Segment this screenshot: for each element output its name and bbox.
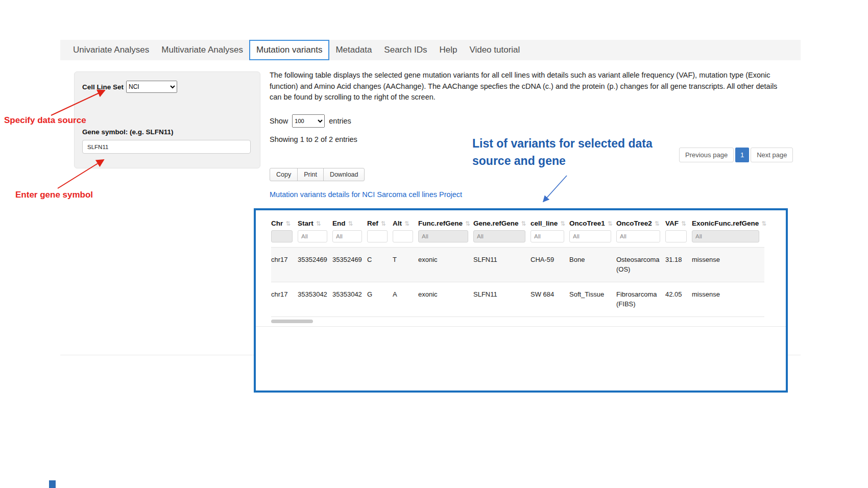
- cell-line-set-select[interactable]: NCI: [126, 81, 177, 93]
- cell-end: 35352469: [332, 248, 367, 282]
- col-header-label: Alt: [393, 219, 402, 227]
- col-header-cell-line[interactable]: cell_line⇅: [531, 215, 569, 230]
- download-button[interactable]: Download: [323, 168, 365, 181]
- filter-input-func-refgene[interactable]: [418, 230, 468, 242]
- table-row: chr173535304235353042GAexonicSLFN11SW 68…: [271, 282, 764, 317]
- horizontal-scrollbar-track[interactable]: [271, 319, 764, 325]
- sort-icon: ⇅: [560, 220, 565, 227]
- filter-cell: [531, 230, 569, 248]
- copy-button[interactable]: Copy: [270, 168, 298, 181]
- col-header-start[interactable]: Start⇅: [298, 215, 332, 230]
- tab-video-tutorial[interactable]: Video tutorial: [463, 40, 526, 60]
- filter-cell: [367, 230, 393, 248]
- tab-mutation-variants[interactable]: Mutation variants: [249, 40, 329, 60]
- filter-cell: [616, 230, 665, 248]
- cell-oncotree2: Fibrosarcoma (FIBS): [616, 282, 665, 317]
- tab-metadata[interactable]: Metadata: [329, 40, 378, 60]
- filter-input-start[interactable]: [298, 230, 327, 242]
- annotation-list-of-variants-line1: List of variants for selected data: [472, 135, 653, 152]
- tab-multivariate-analyses[interactable]: Multivariate Analyses: [155, 40, 249, 60]
- table-filter-row: [271, 230, 764, 248]
- filter-input-chr[interactable]: [271, 230, 293, 242]
- blue-arrow-to-table: [535, 173, 572, 206]
- table-title-link[interactable]: Mutation variants details for NCI Sarcom…: [270, 190, 462, 199]
- print-button[interactable]: Print: [297, 168, 324, 181]
- cell-gene-refgene: SLFN11: [473, 248, 531, 282]
- col-header-label: OncoTree2: [616, 219, 652, 227]
- sort-icon: ⇅: [655, 220, 660, 227]
- col-header-ref[interactable]: Ref⇅: [367, 215, 393, 230]
- filter-cell: [298, 230, 332, 248]
- filter-input-cell-line[interactable]: [531, 230, 564, 242]
- filter-input-oncotree1[interactable]: [569, 230, 611, 242]
- entries-label: entries: [329, 117, 351, 125]
- cell-alt: T: [393, 248, 418, 282]
- sort-icon: ⇅: [348, 220, 353, 227]
- filter-cell: [665, 230, 692, 248]
- col-header-oncotree1[interactable]: OncoTree1⇅: [569, 215, 616, 230]
- cell-gene-refgene: SLFN11: [473, 282, 531, 317]
- horizontal-scrollbar-thumb[interactable]: [271, 320, 313, 323]
- filter-cell: [569, 230, 616, 248]
- col-header-label: Chr: [271, 219, 283, 227]
- filter-cell: [393, 230, 418, 248]
- tab-univariate-analyses[interactable]: Univariate Analyses: [67, 40, 155, 60]
- filter-input-end[interactable]: [332, 230, 362, 242]
- sort-icon: ⇅: [761, 220, 766, 227]
- query-panel: Cell Line Set NCI Gene symbol: (e.g. SLF…: [74, 71, 260, 168]
- filter-cell: [418, 230, 473, 248]
- next-page-button[interactable]: Next page: [751, 148, 793, 162]
- entries-count-select[interactable]: 100: [292, 114, 325, 128]
- filter-input-vaf[interactable]: [665, 230, 687, 242]
- filter-input-oncotree2[interactable]: [616, 230, 660, 242]
- gene-symbol-input[interactable]: [82, 140, 251, 154]
- cell-start: 35352469: [298, 248, 332, 282]
- annotation-specify-data-source: Specify data source: [4, 115, 86, 126]
- current-page-button[interactable]: 1: [735, 148, 749, 162]
- col-header-exonicfunc-refgene[interactable]: ExonicFunc.refGene⇅: [692, 215, 764, 230]
- table-row: chr173535246935352469CTexonicSLFN11CHA-5…: [271, 248, 764, 282]
- cell-oncotree1: Soft_Tissue: [569, 282, 616, 317]
- tab-help[interactable]: Help: [433, 40, 463, 60]
- filter-input-exonicfunc-refgene[interactable]: [692, 230, 759, 242]
- cell-exonicfunc-refgene: missense: [692, 282, 764, 317]
- col-header-alt[interactable]: Alt⇅: [393, 215, 418, 230]
- cell-alt: A: [393, 282, 418, 317]
- tab-search-ids[interactable]: Search IDs: [378, 40, 433, 60]
- filter-input-gene-refgene[interactable]: [473, 230, 525, 242]
- col-header-end[interactable]: End⇅: [332, 215, 367, 230]
- cell-exonicfunc-refgene: missense: [692, 248, 764, 282]
- cell-oncotree2: Osteosarcoma (OS): [616, 248, 665, 282]
- cell-func-refgene: exonic: [418, 282, 473, 317]
- cell-line-set-row: Cell Line Set NCI: [82, 81, 177, 93]
- variants-table-scroller: Chr⇅Start⇅End⇅Ref⇅Alt⇅Func.refGene⇅Gene.…: [256, 210, 786, 317]
- col-header-vaf[interactable]: VAF⇅: [665, 215, 692, 230]
- cell-start: 35353042: [298, 282, 332, 317]
- table-header-row: Chr⇅Start⇅End⇅Ref⇅Alt⇅Func.refGene⇅Gene.…: [271, 215, 764, 230]
- sort-icon: ⇅: [608, 220, 613, 227]
- cell-ref: G: [367, 282, 393, 317]
- col-header-label: ExonicFunc.refGene: [692, 219, 759, 227]
- annotation-list-of-variants-line2: source and gene: [472, 152, 653, 169]
- cell-vaf: 42.05: [665, 282, 692, 317]
- annotation-list-of-variants: List of variants for selected data sourc…: [472, 135, 653, 169]
- filter-cell: [473, 230, 531, 248]
- sort-icon: ⇅: [316, 220, 321, 227]
- sort-icon: ⇅: [404, 220, 409, 227]
- cell-line-set-label: Cell Line Set: [82, 83, 124, 91]
- col-header-func-refgene[interactable]: Func.refGene⇅: [418, 215, 473, 230]
- cell-ref: C: [367, 248, 393, 282]
- col-header-label: cell_line: [531, 219, 558, 227]
- col-header-label: VAF: [665, 219, 679, 227]
- col-header-label: Start: [298, 219, 314, 227]
- col-header-gene-refgene[interactable]: Gene.refGene⇅: [473, 215, 531, 230]
- cell-func-refgene: exonic: [418, 248, 473, 282]
- annotation-enter-gene-symbol: Enter gene symbol: [15, 190, 93, 200]
- col-header-label: Func.refGene: [418, 219, 463, 227]
- filter-input-alt[interactable]: [393, 230, 413, 242]
- variants-table-frame: Chr⇅Start⇅End⇅Ref⇅Alt⇅Func.refGene⇅Gene.…: [254, 208, 788, 393]
- filter-input-ref[interactable]: [367, 230, 388, 242]
- col-header-oncotree2[interactable]: OncoTree2⇅: [616, 215, 665, 230]
- col-header-chr[interactable]: Chr⇅: [271, 215, 298, 230]
- previous-page-button[interactable]: Previous page: [679, 148, 734, 162]
